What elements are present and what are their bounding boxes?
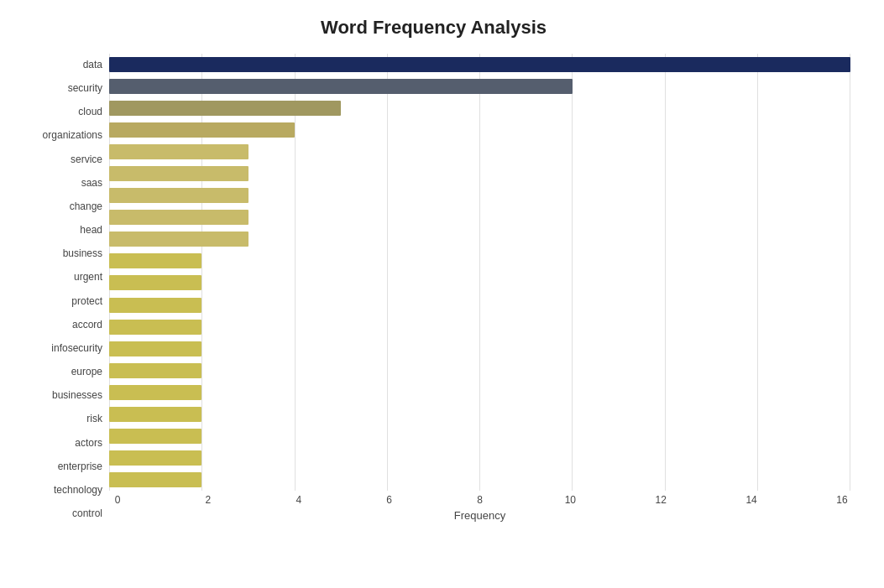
bar-enterprise [109,429,201,444]
bar-saas [109,166,248,181]
bar-row-organizations [109,121,850,139]
x-tick-0: 0 [109,494,126,506]
bar-row-protect [109,273,850,292]
y-label-businesses: businesses [17,384,109,406]
bar-organizations [109,122,295,138]
x-axis-label: Frequency [109,509,850,522]
y-label-change: change [17,195,109,217]
bar-control [109,472,201,487]
bar-row-technology [109,449,850,467]
y-label-head: head [17,219,109,241]
bar-head [109,210,248,225]
chart-container: Word Frequency Analysis datasecurityclou… [0,0,884,588]
bar-row-head [109,208,850,226]
x-tick-12: 12 [652,494,669,506]
bar-change [109,188,248,203]
bar-data [109,57,850,72]
y-label-infosecurity: infosecurity [17,337,109,359]
bar-row-cloud [109,99,850,117]
y-label-risk: risk [17,408,109,429]
bar-row-change [109,186,850,205]
bar-row-risk [109,383,850,402]
x-tick-4: 4 [290,494,307,506]
x-tick-2: 2 [200,494,217,506]
bar-protect [109,275,201,290]
y-label-technology: technology [17,479,109,501]
bar-cloud [109,101,341,116]
y-label-business: business [17,242,109,264]
y-label-organizations: organizations [17,124,109,146]
bar-security [109,79,573,94]
bar-row-accord [109,296,850,315]
y-axis: datasecuritycloudorganizationsservicesaa… [17,54,109,524]
y-label-service: service [17,148,109,170]
bar-row-enterprise [109,427,850,445]
y-label-cloud: cloud [17,101,109,122]
bar-row-europe [109,340,850,358]
bar-risk [109,385,201,400]
y-label-actors: actors [17,432,109,454]
x-tick-10: 10 [562,494,578,506]
y-label-europe: europe [17,361,109,382]
x-axis: 0246810121416 Frequency [109,491,850,524]
y-label-saas: saas [17,172,109,194]
bar-service [109,144,248,159]
x-tick-14: 14 [743,494,760,506]
y-label-data: data [17,54,109,75]
bar-row-saas [109,164,850,183]
grid-and-bars [109,54,850,491]
bar-accord [109,298,201,313]
y-label-accord: accord [17,314,109,336]
x-tick-16: 16 [834,494,850,506]
bar-businesses [109,363,201,378]
x-tick-6: 6 [381,494,398,506]
bar-row-data [109,55,850,74]
bar-row-service [109,143,850,161]
y-label-enterprise: enterprise [17,455,109,477]
bar-row-urgent [109,252,850,270]
y-label-urgent: urgent [17,266,109,288]
bars-container [109,54,850,491]
x-tick-8: 8 [472,494,489,506]
bar-row-businesses [109,362,850,380]
bar-technology [109,450,201,466]
bar-row-security [109,77,850,96]
bar-europe [109,341,201,356]
y-label-security: security [17,77,109,99]
bar-row-control [109,471,850,489]
y-label-protect: protect [17,290,109,312]
chart-area: datasecuritycloudorganizationsservicesaa… [17,54,850,524]
y-label-control: control [17,502,109,524]
bar-urgent [109,253,201,268]
bar-infosecurity [109,320,201,335]
bar-row-business [109,230,850,248]
bar-actors [109,407,201,422]
chart-title: Word Frequency Analysis [17,17,850,39]
plot-area: 0246810121416 Frequency [109,54,850,524]
bar-business [109,232,248,247]
bar-row-actors [109,405,850,424]
bar-row-infosecurity [109,318,850,336]
